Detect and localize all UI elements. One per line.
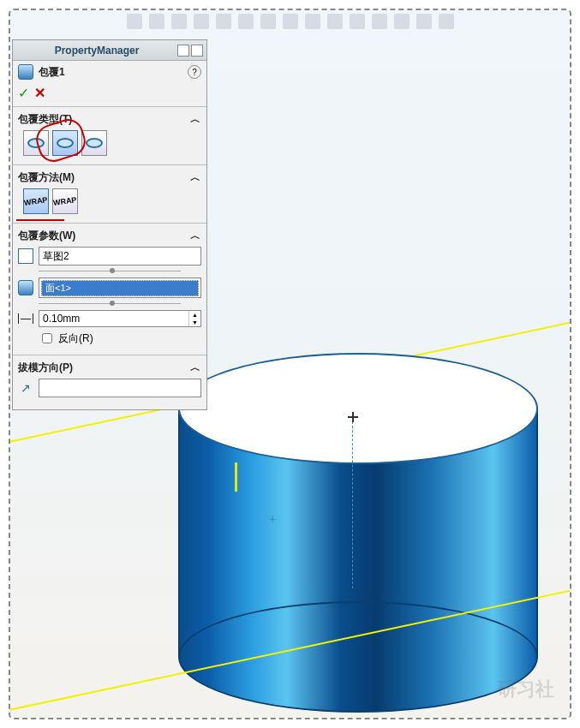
viewport-toolbar — [10, 14, 570, 33]
reverse-checkbox[interactable] — [42, 333, 52, 343]
field-value: 草图2 — [43, 249, 69, 264]
sketch-icon — [18, 248, 33, 264]
wrap-face-field[interactable]: 面<1> — [39, 277, 201, 298]
pm-confirm-row: ✓ ✕ — [13, 83, 206, 107]
center-mark-icon: + — [269, 512, 276, 526]
thickness-value[interactable] — [39, 311, 188, 326]
source-sketch-field[interactable]: 草图2 — [39, 247, 201, 266]
toolbar-icon[interactable] — [238, 14, 254, 29]
cylinder-bottom[interactable] — [178, 601, 538, 713]
face-icon — [18, 280, 33, 295]
chevron-up-icon[interactable]: ︿ — [189, 230, 201, 242]
ok-button[interactable]: ✓ — [18, 85, 29, 101]
watermark: 研习社 — [498, 677, 554, 702]
toolbar-icon[interactable] — [350, 14, 365, 29]
wrap-feature-icon — [18, 64, 33, 80]
plane-edge-vertical — [235, 462, 237, 492]
section-label: 拔模方向(P) — [18, 361, 73, 375]
reverse-label: 反向(R) — [58, 331, 93, 346]
toolbar-icon[interactable] — [305, 14, 320, 29]
pm-expand-icon[interactable] — [177, 45, 189, 57]
spin-down-button[interactable]: ▼ — [188, 319, 200, 326]
toolbar-icon[interactable] — [416, 14, 432, 29]
toolbar-icon[interactable] — [194, 14, 209, 29]
chevron-up-icon[interactable]: ︿ — [189, 362, 201, 374]
axis-line — [352, 417, 353, 588]
draft-direction-field[interactable] — [39, 379, 201, 397]
pm-title: PropertyManager — [16, 45, 177, 57]
chevron-up-icon[interactable]: ︿ — [189, 114, 201, 126]
property-manager-panel: PropertyManager 包覆1 ? ✓ ✕ 包覆类型(T) ︿ — [12, 39, 207, 410]
feature-name: 包覆1 — [39, 65, 182, 80]
toolbar-icon[interactable] — [327, 14, 343, 29]
toolbar-icon[interactable] — [283, 14, 298, 29]
toolbar-icon[interactable] — [394, 14, 410, 29]
wrap-type-emboss-button[interactable] — [23, 130, 49, 156]
pm-feature-row: 包覆1 ? — [13, 61, 206, 83]
thickness-icon — [18, 311, 33, 326]
selected-face-chip[interactable]: 面<1> — [41, 280, 199, 296]
section-wrap-method: 包覆方法(M) ︿ WRAP WRAP — [13, 165, 206, 224]
thickness-input[interactable]: ▲ ▼ — [39, 310, 201, 327]
toolbar-icon[interactable] — [439, 14, 454, 29]
range-scrubber[interactable] — [39, 269, 181, 274]
spin-up-button[interactable]: ▲ — [188, 311, 200, 319]
wrap-type-scribe-button[interactable] — [81, 130, 107, 156]
toolbar-icon[interactable] — [372, 14, 387, 29]
section-label: 包覆类型(T) — [18, 112, 72, 127]
annotation-underline — [16, 219, 64, 221]
wrap-method-analytical-button[interactable]: WRAP — [23, 188, 49, 214]
wrap-method-spline-button[interactable]: WRAP — [52, 188, 78, 214]
pin-icon[interactable] — [191, 45, 203, 57]
toolbar-icon[interactable] — [127, 14, 142, 29]
range-scrubber[interactable] — [39, 301, 181, 307]
origin-icon — [348, 412, 358, 422]
toolbar-icon[interactable] — [171, 14, 187, 29]
toolbar-icon[interactable] — [260, 14, 276, 29]
cancel-button[interactable]: ✕ — [34, 85, 45, 101]
direction-arrow-icon[interactable]: ↗ — [18, 380, 33, 396]
pm-header: PropertyManager — [13, 40, 206, 61]
section-label: 包覆方法(M) — [18, 170, 75, 185]
section-wrap-params: 包覆参数(W) ︿ 草图2 面<1> — [13, 224, 206, 355]
toolbar-icon[interactable] — [149, 14, 164, 29]
section-draft-direction: 拔模方向(P) ︿ ↗ — [13, 355, 206, 409]
model-cylinder[interactable] — [178, 353, 538, 678]
toolbar-icon[interactable] — [216, 14, 231, 29]
cylinder-top-face[interactable] — [178, 353, 538, 464]
chevron-up-icon[interactable]: ︿ — [189, 172, 201, 184]
section-label: 包覆参数(W) — [18, 229, 75, 243]
wrap-type-deboss-button[interactable] — [52, 130, 78, 156]
section-wrap-type: 包覆类型(T) ︿ — [13, 107, 206, 165]
help-icon[interactable]: ? — [188, 65, 201, 79]
